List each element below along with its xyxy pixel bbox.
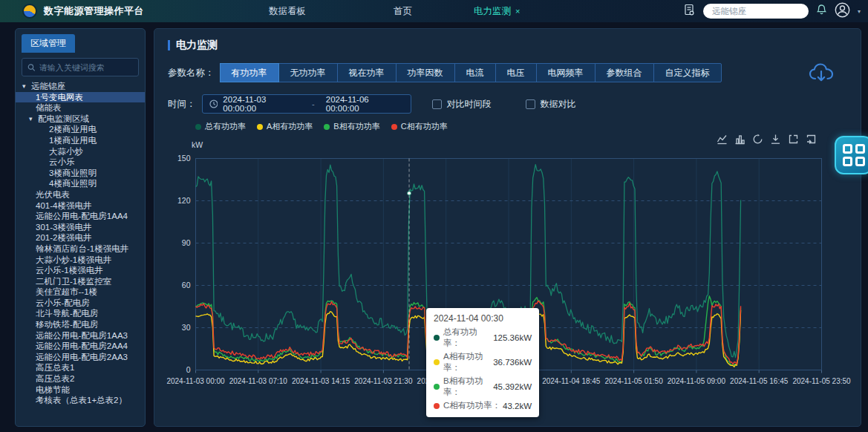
- param-button[interactable]: 电流: [454, 63, 496, 82]
- caret-down-icon: [29, 114, 38, 125]
- tree-item[interactable]: 考核表（总表1+总表2）: [16, 395, 145, 406]
- tooltip-row: B相有功功率： 45.392kW: [434, 376, 532, 398]
- chart-legend: 总有功功率 A相有功功率 B相有功功率 C相有功功率: [195, 121, 448, 132]
- tree-item[interactable]: 远能公用电-配电房2AA3: [16, 352, 145, 363]
- svg-text:2024-11-03 07:10: 2024-11-03 07:10: [229, 377, 288, 385]
- tree-item[interactable]: 电梯节能: [16, 384, 145, 396]
- svg-text:90: 90: [182, 238, 191, 247]
- tree-item[interactable]: 2楼商业用电: [16, 124, 145, 135]
- tree-item[interactable]: 云小乐: [16, 157, 145, 168]
- checkbox-box[interactable]: [432, 99, 442, 109]
- param-button[interactable]: 自定义指标: [653, 63, 722, 82]
- tree-item[interactable]: 401-4楼强电井: [16, 200, 145, 212]
- svg-text:2024-11-05 01:50: 2024-11-05 01:50: [604, 377, 663, 385]
- caret-down-icon: [22, 81, 31, 92]
- compare-checkboxes: 对比时间段 数据对比: [432, 98, 576, 111]
- tree-item[interactable]: 4楼商业照明: [16, 178, 145, 189]
- svg-text:120: 120: [177, 196, 191, 205]
- tree-item[interactable]: 高压总表1: [16, 362, 145, 373]
- chart-tooltip: 2024-11-04 00:30 总有功功率： 125.36kW A相有功功率：…: [426, 308, 539, 417]
- legend-item[interactable]: A相有功功率: [257, 121, 313, 132]
- menu-item-home[interactable]: 首页: [394, 5, 412, 18]
- sidebar-panel: 区域管理 远能锦座 1号变电网表 储能表 配电监测区域 2楼商业用电 1: [15, 28, 146, 427]
- param-button[interactable]: 功率因数: [396, 63, 455, 82]
- svg-text:60: 60: [182, 281, 191, 289]
- legend-item[interactable]: B相有功功率: [324, 121, 379, 132]
- report-icon[interactable]: [683, 4, 696, 19]
- param-button[interactable]: 有功功率: [220, 63, 279, 82]
- tree-item[interactable]: 配电监测区域: [16, 114, 145, 125]
- top-bar: 数字能源管理操作平台 数据看板 首页 电力监测 × ▾: [0, 0, 868, 22]
- param-button[interactable]: 电压: [495, 63, 537, 82]
- page-title: 电力监测: [176, 39, 218, 52]
- svg-text:2024-11-05 23:50: 2024-11-05 23:50: [792, 377, 851, 385]
- param-button[interactable]: 电网频率: [536, 63, 595, 82]
- tooltip-datetime: 2024-11-04 00:30: [434, 313, 532, 324]
- title-accent-bar: [168, 40, 170, 50]
- tree-item[interactable]: 二机门卫-1楼监控室: [16, 276, 145, 287]
- tree-item[interactable]: 1号变电网表: [16, 92, 145, 103]
- date-end[interactable]: 2024-11-06 00:00:00: [326, 95, 404, 113]
- tree-item[interactable]: 大蒜小炒: [16, 146, 145, 157]
- chart-area[interactable]: 2024-11-03 00:002024-11-03 07:102024-11-…: [154, 133, 862, 419]
- time-label: 时间：: [168, 98, 196, 111]
- tab-power-monitor[interactable]: 电力监测 ×: [474, 5, 520, 18]
- app-logo-icon: [22, 4, 37, 19]
- checkbox[interactable]: 对比时间段: [432, 98, 492, 111]
- tooltip-row: A相有功功率： 36.736kW: [434, 351, 532, 373]
- quick-menu-button[interactable]: [835, 136, 868, 174]
- date-range-picker[interactable]: 2024-11-03 00:00:00 - 2024-11-06 00:00:0…: [202, 94, 411, 114]
- series-dot: [434, 384, 440, 390]
- tree-item[interactable]: 1楼商业用电: [16, 135, 145, 146]
- bell-icon[interactable]: [816, 4, 827, 19]
- param-button[interactable]: 参数组合: [595, 63, 654, 82]
- svg-text:150: 150: [177, 154, 191, 163]
- avatar[interactable]: [835, 2, 850, 21]
- tooltip-row: 总有功功率： 125.36kW: [434, 327, 532, 349]
- date-start[interactable]: 2024-11-03 00:00:00: [223, 95, 301, 113]
- tree-item[interactable]: 移动铁塔-配电房: [16, 319, 145, 330]
- tree-item[interactable]: 光伏电表: [16, 189, 145, 200]
- tree-item[interactable]: 云小乐-1楼强电井: [16, 265, 145, 276]
- tree-item[interactable]: 翰林酒店前台-1楼强电井: [16, 243, 145, 255]
- legend-dot: [195, 124, 201, 130]
- site-select-input[interactable]: [703, 4, 809, 19]
- main-panel: 电力监测 参数名称： 有功功率无功功率视在功率功率因数电流电压电网频率参数组合自…: [154, 28, 861, 427]
- tree-search[interactable]: [22, 58, 139, 76]
- tree-item[interactable]: 远能公用电-配电房1AA4: [16, 211, 145, 222]
- tree-item[interactable]: 云小乐-配电房: [16, 298, 145, 309]
- checkbox-box[interactable]: [526, 99, 535, 109]
- tree-item[interactable]: 远能锦座: [16, 81, 145, 92]
- tree-item[interactable]: 北斗导航-配电房: [16, 308, 145, 319]
- area-tree: 远能锦座 1号变电网表 储能表 配电监测区域 2楼商业用电 1楼商业用电 大蒜小…: [16, 81, 145, 406]
- tree-item[interactable]: 201-2楼强电井: [16, 232, 145, 243]
- svg-text:2024-11-03 00:00: 2024-11-03 00:00: [166, 377, 225, 385]
- date-separator: -: [306, 99, 321, 108]
- tree-item[interactable]: 远能公用电-配电房2AA4: [16, 341, 145, 352]
- legend-dot: [324, 124, 330, 130]
- close-icon[interactable]: ×: [515, 7, 520, 16]
- tree-item[interactable]: 美佳宜超市--1楼: [16, 287, 145, 298]
- svg-text:30: 30: [182, 323, 191, 332]
- param-button[interactable]: 视在功率: [337, 63, 397, 82]
- clock-icon: [209, 99, 218, 108]
- param-button[interactable]: 无功功率: [278, 63, 338, 82]
- cloud-download-icon[interactable]: [808, 62, 835, 87]
- tree-item[interactable]: 301-3楼强电井: [16, 222, 145, 233]
- svg-text:2024-11-03 21:30: 2024-11-03 21:30: [354, 377, 413, 385]
- tab-area-management[interactable]: 区域管理: [22, 34, 75, 53]
- caret-down-icon[interactable]: ▾: [858, 8, 861, 15]
- tree-item[interactable]: 储能表: [16, 102, 145, 114]
- legend-item[interactable]: C相有功功率: [391, 121, 448, 132]
- legend-item[interactable]: 总有功功率: [195, 121, 246, 132]
- tooltip-row: C相有功功率： 43.2kW: [434, 400, 532, 411]
- tree-item[interactable]: 高压总表2: [16, 373, 145, 384]
- search-input[interactable]: [39, 63, 133, 72]
- tree-item[interactable]: 3楼商业照明: [16, 168, 145, 179]
- checkbox[interactable]: 数据对比: [526, 98, 576, 111]
- tree-item[interactable]: 远能公用电-配电房1AA3: [16, 330, 145, 341]
- param-button-group: 有功功率无功功率视在功率功率因数电流电压电网频率参数组合自定义指标: [221, 63, 722, 82]
- menu-item-dashboard[interactable]: 数据看板: [269, 5, 306, 18]
- tree-item[interactable]: 大蒜小炒-1楼强电井: [16, 255, 145, 266]
- series-dot: [434, 359, 440, 365]
